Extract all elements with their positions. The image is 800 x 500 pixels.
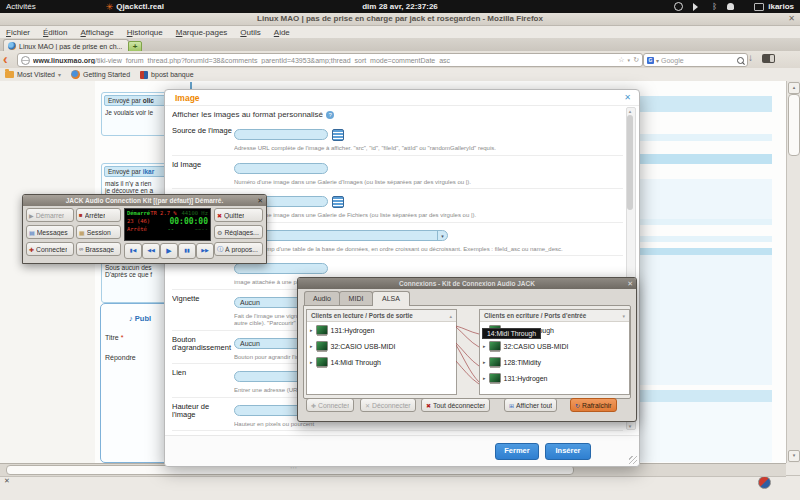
menu-affichage[interactable]: Affichage [80, 28, 113, 37]
webcam-icon[interactable] [727, 3, 734, 10]
browse-icon[interactable] [332, 129, 344, 141]
reload-icon[interactable]: ↻ [633, 56, 639, 64]
publish-link[interactable]: ♪ Publ [129, 314, 151, 323]
sidebar-toggle-icon[interactable] [762, 54, 775, 63]
reglages-button[interactable]: ⚙Réglages... [214, 225, 263, 239]
deconnecter-button[interactable]: ✕Déconnecter [360, 398, 416, 412]
volume-icon[interactable] [693, 3, 702, 11]
connections-close-icon[interactable]: ✕ [627, 278, 633, 289]
transport-backward-button[interactable]: ◀◀ [142, 243, 160, 259]
menu-marque-pages[interactable]: Marque-pages [176, 28, 228, 37]
search-engine-dropdown-icon[interactable]: ▾ [656, 57, 659, 64]
post-author[interactable]: ikar [143, 168, 155, 175]
quitter-button[interactable]: ✖Quitter [214, 208, 263, 222]
fermer-button[interactable]: Fermer [495, 443, 539, 460]
bluetooth-icon[interactable]: ᛒ [712, 2, 717, 11]
rafraichir-button[interactable]: ↻Rafraîchir [570, 398, 617, 412]
inserer-button[interactable]: Insérer [545, 443, 591, 460]
accessibility-icon[interactable] [674, 2, 683, 11]
help-icon[interactable]: ? [326, 111, 334, 119]
dialog-heading: Afficher les images au format personnali… [172, 106, 623, 122]
expander-icon[interactable]: ▸ [310, 359, 313, 365]
downloads-icon[interactable]: ↓ [748, 52, 753, 63]
expander-icon[interactable]: ▸ [310, 343, 313, 349]
connecter-button[interactable]: ✚Connecter [26, 242, 74, 256]
qjackctl-titlebar[interactable]: JACK Audio Connection Kit [(par défaut)]… [23, 195, 266, 206]
titre-label: Titre * [105, 334, 123, 341]
vertical-scroll-thumb[interactable] [788, 94, 800, 156]
tab-midi[interactable]: MIDI [339, 291, 373, 305]
window-titlebar[interactable]: Linux MAO | pas de prise en charge par j… [0, 13, 800, 26]
client-item[interactable]: ▸ 14:Midi Through [307, 354, 456, 370]
browse-icon[interactable] [332, 196, 344, 208]
tab-audio[interactable]: Audio [304, 291, 340, 305]
client-item[interactable]: ▸ 131:Hydrogen [480, 370, 629, 386]
connections-titlebar[interactable]: Connexions - Kit de Connexion Audio JACK [298, 278, 636, 289]
expander-icon[interactable]: ▸ [483, 375, 486, 381]
brassage-button[interactable]: ∞Brassage [76, 242, 121, 256]
desktop: Activités ✳ Qjackctl.real dim 28 avr, 22… [0, 0, 800, 500]
window-close-icon[interactable]: ✕ [788, 13, 795, 25]
system-topbar: Activités ✳ Qjackctl.real dim 28 avr, 22… [0, 0, 800, 13]
post-author[interactable]: olic [143, 97, 154, 104]
client-item[interactable]: ▸ 32:CASIO USB-MIDI [307, 338, 456, 354]
source-input[interactable] [234, 129, 328, 140]
writable-clients-panel: Clients en ecriture / Ports d'entrée▾ ▸ … [479, 309, 630, 395]
url-bar[interactable]: www.linuxmao.org/tiki-view_forum_thread.… [17, 53, 643, 67]
dialog-header[interactable]: Image ✕ [165, 90, 639, 106]
bookmark-most-visited[interactable]: Most Visited ▾ [5, 71, 61, 78]
tout-deconnecter-button[interactable]: ✖Tout déconnecter [421, 398, 490, 412]
back-button[interactable]: ‹ [3, 51, 8, 67]
session-button[interactable]: ▦Session [76, 225, 121, 239]
status-orb-icon[interactable] [758, 476, 771, 489]
menu-outils[interactable]: Outils [240, 28, 260, 37]
search-icon[interactable] [737, 57, 744, 64]
client-item[interactable]: ▸ 128:TiMidity [480, 354, 629, 370]
resize-handle[interactable] [629, 456, 637, 464]
menu-edition[interactable]: Édition [43, 28, 67, 37]
transport-forward-button[interactable]: ▶▶ [196, 243, 214, 259]
apropos-button[interactable]: ⓘÀ propos... [214, 242, 263, 256]
bookmark-bpost[interactable]: bpost banque [140, 71, 193, 79]
disconnect-all-icon: ✖ [426, 402, 431, 409]
scroll-up-icon[interactable]: ▴ [627, 108, 633, 114]
transport-rewind-button[interactable]: ▮◀ [124, 243, 142, 259]
expander-icon[interactable]: ▸ [310, 327, 313, 333]
expand-all-icon: ⊞ [509, 402, 514, 409]
jack-transport-state: Arrêté [127, 226, 147, 234]
vertical-scrollbar[interactable]: ▴ ▾ [786, 81, 800, 463]
menu-historique[interactable]: Historique [127, 28, 163, 37]
arreter-button[interactable]: ■Arrêter [76, 208, 121, 222]
tab-alsa[interactable]: ALSA [372, 291, 410, 306]
transport-play-button[interactable]: ▶ [160, 243, 178, 259]
dialog-scroll-thumb[interactable] [627, 115, 633, 210]
star-dropdown-icon[interactable]: ▾ [628, 57, 631, 63]
expander-icon[interactable]: ▸ [483, 343, 486, 349]
status-close-icon[interactable]: ✕ [4, 477, 10, 485]
scroll-down-icon[interactable]: ▾ [788, 450, 800, 462]
transport-pause-button[interactable]: ▮▮ [178, 243, 196, 259]
afficher-tout-button[interactable]: ⊞Afficher tout [504, 398, 557, 412]
qjackctl-close-icon[interactable]: ✕ [257, 195, 263, 206]
client-icon [489, 357, 501, 367]
writable-clients-header[interactable]: Clients en ecriture / Ports d'entrée▾ [480, 310, 629, 322]
client-item[interactable]: ▸ 131:Hydrogen [307, 322, 456, 338]
bookmark-star-icon[interactable]: ☆ [618, 56, 624, 64]
wiki-image-input[interactable] [234, 263, 328, 274]
scroll-up-icon[interactable]: ▴ [788, 82, 800, 94]
demarrer-button[interactable]: ▶Démarrer [26, 208, 74, 222]
readable-clients-header[interactable]: Clients en lecture / Ports de sortie▴ [307, 310, 456, 322]
expander-icon[interactable]: ▸ [483, 359, 486, 365]
menu-aide[interactable]: Aide [274, 28, 290, 37]
messages-button[interactable]: ▤Messages [26, 225, 74, 239]
user-menu[interactable]: ikarios [754, 2, 794, 11]
search-bar[interactable]: G ▾ Google [643, 53, 748, 67]
scroll-down-icon[interactable]: ▾ [627, 423, 633, 429]
dialog-close-icon[interactable]: ✕ [624, 93, 631, 102]
bookmark-getting-started[interactable]: Getting Started [71, 70, 130, 79]
id-image-input[interactable] [234, 163, 328, 174]
menu-fichier[interactable]: Fichier [6, 28, 30, 37]
client-item[interactable]: ▸ 32:CASIO USB-MIDI [480, 338, 629, 354]
connecter-button[interactable]: ✚Connecter [306, 398, 354, 412]
site-identity-icon[interactable] [21, 56, 30, 65]
